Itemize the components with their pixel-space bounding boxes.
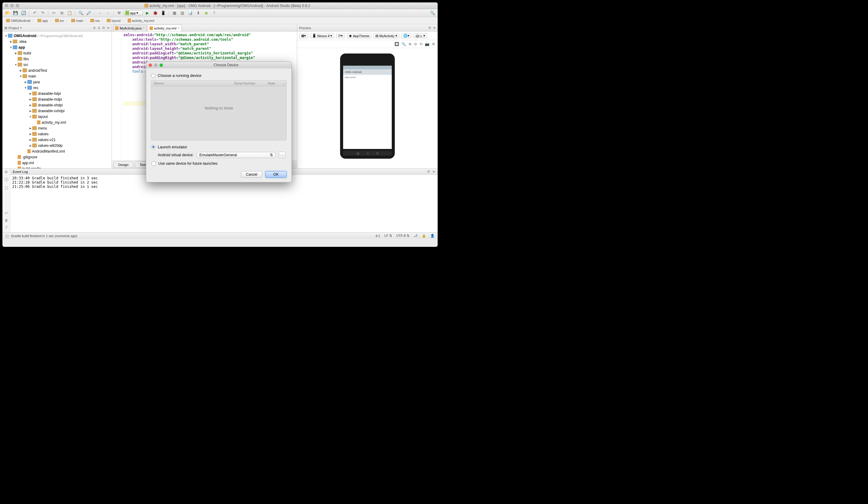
close-icon[interactable]: × [143,27,145,30]
tree-item[interactable]: .gitignore [2,154,112,160]
activity-selector[interactable]: ▤ MyActivity▾ [373,33,399,38]
tree-item[interactable]: ▶java [2,79,112,85]
zoom-fit-icon[interactable]: 🔲 [394,42,399,46]
minimize-icon[interactable] [10,4,14,7]
breadcrumb-item[interactable]: layout [105,19,122,23]
zoom-icon[interactable] [16,4,19,7]
line-ending[interactable]: LF ⇅ [384,234,392,238]
checkbox-icon[interactable] [152,162,156,166]
tree-item[interactable]: libs [2,56,112,62]
api-selector[interactable]: 🤖 L▾ [413,33,427,38]
undo-icon[interactable]: ↶ [31,10,38,16]
checkbox-same-device[interactable]: Use same device for future launches [152,162,287,166]
design-tab[interactable]: Design [114,162,133,168]
refresh-icon[interactable]: ⟲ [420,42,422,46]
tree-item[interactable]: ▶drawable-hdpi [2,91,112,96]
zoom-in-icon[interactable]: ⊕ [409,42,412,46]
collapse-icon[interactable]: ⇊ [97,26,100,30]
attach-icon[interactable]: 📱 [160,10,167,16]
caret-position[interactable]: 4:1 [376,234,380,238]
screenshot-icon[interactable]: 📷 [425,42,430,46]
help-icon[interactable]: ? [210,10,217,16]
hide-icon[interactable]: ➤ [433,26,436,30]
radio-running-device[interactable]: Choose a running device [151,73,287,78]
tree-item[interactable]: ▼res [2,85,112,91]
avd-icon[interactable]: ▦ [171,10,178,16]
radio-icon[interactable] [151,145,155,149]
lock-icon[interactable]: 🔒 [422,234,426,238]
dialog-window-controls[interactable] [148,63,163,67]
paste-icon[interactable]: 📋 [66,10,73,16]
save-icon[interactable]: 💾 [12,10,19,16]
run-icon[interactable]: ▶ [144,10,151,16]
filter-icon[interactable]: ⚙ [4,170,8,174]
search-icon[interactable]: 🔍 [429,10,436,16]
gear-icon[interactable]: ⚙ [102,26,105,30]
help-icon[interactable]: ? [5,226,7,230]
tree-item[interactable]: ▶menu [2,125,112,131]
back-icon[interactable]: ← [97,10,103,16]
cancel-button[interactable]: Cancel [241,171,262,178]
radio-icon[interactable] [151,74,155,78]
target-icon[interactable]: ⊕ [93,26,96,30]
close-icon[interactable] [148,63,152,67]
sync-icon[interactable]: 🔄 [20,10,27,16]
ddms-icon[interactable]: ⬇ [195,10,202,16]
project-tree[interactable]: ▼OMGAndroid(~/Programming/OMGAndroid) ▶.… [2,32,112,168]
breadcrumb-item[interactable]: OMGAndroid [5,19,32,23]
tree-item[interactable]: ▶values-w820dp [2,143,112,148]
tree-item[interactable]: app.iml [2,160,112,166]
tree-item[interactable]: ▶.idea [2,39,112,44]
tree-item[interactable]: ▼layout [2,114,112,120]
tree-item[interactable]: ▼src [2,62,112,68]
tree-item[interactable]: activity_my.xml [2,120,112,125]
sdk-icon[interactable]: ▥ [179,10,186,16]
breadcrumb-item[interactable]: res [89,19,101,23]
debug-icon[interactable]: 🐞 [152,10,159,16]
run-config-selector[interactable]: app ▾ [124,10,143,16]
redo-icon[interactable]: ↷ [39,10,46,16]
window-controls[interactable] [5,4,19,7]
copy-icon[interactable]: ⧉ [58,10,65,16]
tree-item[interactable]: ▼main [2,73,112,79]
close-icon[interactable]: × [178,27,179,30]
cut-icon[interactable]: ✂ [50,10,57,16]
gear-icon[interactable]: ⚙ [427,169,430,174]
tree-item[interactable]: ▶values [2,131,112,137]
tree-root[interactable]: ▼OMGAndroid(~/Programming/OMGAndroid) [2,33,112,39]
open-icon[interactable]: 📂 [4,10,11,16]
info-icon[interactable]: ⓘ [4,177,8,182]
theme-selector[interactable]: ◉ AppTheme [347,33,371,38]
encoding[interactable]: UTF-8 ⇅ [396,234,410,238]
make-icon[interactable]: ⚒ [116,10,123,16]
locale-icon[interactable]: 🌐▾ [401,33,412,38]
tree-item[interactable]: ▶values-v21 [2,137,112,143]
tree-item[interactable]: build.gradle [2,166,112,168]
zoom-actual-icon[interactable]: 🔍 [402,42,406,46]
breadcrumb-item[interactable]: app [36,19,49,23]
zoom-out-icon[interactable]: ⊖ [414,42,417,46]
gear-icon[interactable]: ⚙ [428,26,431,30]
git-icon[interactable]: ⎇ [414,234,417,238]
tree-item[interactable]: ▼app [2,44,112,50]
breadcrumb-item[interactable]: src [54,19,66,23]
balloon-icon[interactable]: ▢ [4,185,8,190]
close-icon[interactable] [5,4,8,7]
event-log-body[interactable]: 20:33:40 Gradle build finished in 3 sec … [10,175,438,232]
tree-item[interactable]: ▶drawable-mdpi [2,96,112,102]
hide-icon[interactable]: ➤ [433,169,435,174]
forward-icon[interactable]: → [105,10,111,16]
android-icon[interactable]: ◉ [203,10,209,16]
tree-item[interactable]: AndroidManifest.xml [2,148,112,154]
hector-icon[interactable]: 👤 [430,234,435,238]
device-selector[interactable]: 📱 Nexus 4▾ [310,33,334,38]
tree-item[interactable]: ▶drawable-xhdpi [2,102,112,108]
ok-button[interactable]: OK [265,171,287,178]
breadcrumb-item[interactable]: activity_my.xml [126,18,156,23]
monitor-icon[interactable]: 📊 [187,10,194,16]
editor-tab[interactable]: activity_my.xml× [147,24,182,31]
editor-tab[interactable]: MyActivity.java× [113,24,147,31]
avd-manager-button[interactable]: … [279,152,286,158]
wrap-icon[interactable]: ↩ [5,211,8,215]
avd-selector[interactable]: EmulateMasterGeneral⇅ [197,152,276,158]
